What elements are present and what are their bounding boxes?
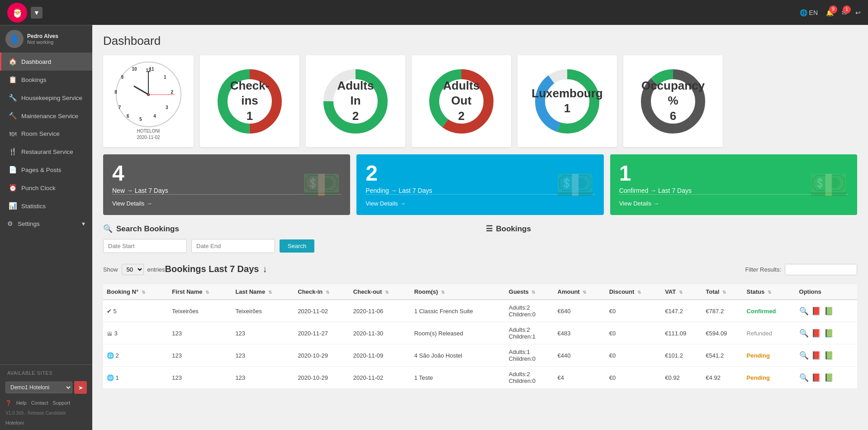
action-excel-icon[interactable]: 📗 <box>824 329 834 338</box>
col-discount[interactable]: Discount ⇅ <box>606 284 661 300</box>
action-excel-icon[interactable]: 📗 <box>824 373 834 382</box>
col-vat[interactable]: VAT ⇅ <box>661 284 702 300</box>
bookings-header-row: Show 50 entries Bookings Last 7 Days ↓ F… <box>103 264 857 280</box>
messages-button[interactable]: ✉ 1 <box>842 9 847 16</box>
cell-checkout: 2020-11-02 <box>350 367 411 389</box>
col-status[interactable]: Status ⇅ <box>743 284 796 300</box>
sort-first-name: ⇅ <box>205 290 209 295</box>
logout-button[interactable]: ↩ <box>855 9 861 16</box>
user-status: Not working <box>27 39 58 45</box>
sidebar: 👤 Pedro Alves Not working 🏠 Dashboard 📋 … <box>0 25 92 430</box>
cell-first-name: 123 <box>168 367 232 389</box>
bookings-title-text: Bookings Last 7 Days <box>165 264 259 274</box>
sidebar-item-dashboard[interactable]: 🏠 Dashboard <box>0 53 92 71</box>
action-pdf-icon[interactable]: 📕 <box>811 351 821 360</box>
col-booking-n[interactable]: Booking N° ⇅ <box>103 284 168 300</box>
bookings-section-title: ☰ Bookings <box>486 224 858 234</box>
occupancy-donut: Occupancy % 6 <box>637 65 709 138</box>
sidebar-item-punch-clock[interactable]: ⏰ Punch Clock <box>0 179 92 197</box>
cell-status: Confirmed <box>743 300 796 322</box>
clock-4: 4 <box>153 114 156 119</box>
cell-rooms: 1 Classic French Suite <box>411 300 505 322</box>
topnav: 🎅 ▼ 🌐 EN 🔔 9 ✉ 1 ↩ <box>0 0 868 25</box>
col-options: Options <box>796 284 857 300</box>
col-amount[interactable]: Amount ⇅ <box>554 284 606 300</box>
site-dropdown[interactable]: Demo1 Hoteloni <box>5 382 72 393</box>
action-pdf-icon[interactable]: 📕 <box>811 329 821 338</box>
cell-options: 🔍 📕 📗 <box>796 322 857 344</box>
new-link-label: View Details <box>112 200 144 207</box>
col-guests[interactable]: Guests ⇅ <box>505 284 554 300</box>
col-first-name[interactable]: First Name ⇅ <box>168 284 232 300</box>
date-start-input[interactable] <box>103 239 187 253</box>
sidebar-item-room-service[interactable]: 🍽 Room Service <box>0 125 92 143</box>
checkins-value: 1 <box>230 109 270 124</box>
search-section: 🔍 Search Bookings Search <box>103 224 475 259</box>
action-pdf-icon[interactable]: 📕 <box>811 307 821 315</box>
help-link[interactable]: Help <box>16 400 27 406</box>
action-excel-icon[interactable]: 📗 <box>824 307 834 315</box>
sidebar-item-bookings[interactable]: 📋 Bookings <box>0 71 92 89</box>
sidebar-item-settings[interactable]: ⚙ Settings ▾ <box>0 215 92 232</box>
list-icon: ☰ <box>486 224 493 234</box>
col-rooms[interactable]: Room(s) ⇅ <box>411 284 505 300</box>
entries-label: entries <box>147 266 165 273</box>
cell-total: €594.09 <box>702 322 743 344</box>
booking-icon: 🛎 <box>107 330 113 337</box>
notifications-button[interactable]: 🔔 9 <box>826 9 834 16</box>
sidebar-item-pages[interactable]: 📄 Pages & Posts <box>0 161 92 179</box>
action-search-icon[interactable]: 🔍 <box>799 307 809 315</box>
cell-guests: Adults:2Children:1 <box>505 322 554 344</box>
clock-face: 12 1 2 3 4 5 6 7 8 9 10 11 <box>116 62 181 127</box>
widgets-row: 12 1 2 3 4 5 6 7 8 9 10 11 <box>103 55 857 147</box>
booking-icon: 🌐 <box>107 374 114 381</box>
pending-link-arrow: → <box>400 200 406 207</box>
site-go-button[interactable]: ➤ <box>74 381 87 394</box>
logo-dropdown[interactable]: ▼ <box>31 7 43 19</box>
entries-select[interactable]: 50 <box>122 264 144 275</box>
statistics-icon: 📊 <box>9 202 17 210</box>
clock-10: 10 <box>132 67 137 72</box>
action-search-icon[interactable]: 🔍 <box>799 329 809 338</box>
language-selector[interactable]: 🌐 EN <box>800 9 818 16</box>
adults-in-donut: Adults In 2 <box>319 65 392 138</box>
action-pdf-icon[interactable]: 📕 <box>811 373 821 382</box>
date-end-input[interactable] <box>191 239 275 253</box>
housekeeping-icon: 🔧 <box>9 94 17 102</box>
cell-options: 🔍 📕 📗 <box>796 344 857 367</box>
cell-checkin: 2020-11-02 <box>294 300 349 322</box>
adults-in-value: 2 <box>337 109 374 124</box>
sort-discount: ⇅ <box>637 290 641 295</box>
sort-booking-n: ⇅ <box>142 290 145 295</box>
bookings-table-title: Bookings Last 7 Days ↓ <box>165 264 745 274</box>
support-link[interactable]: Support <box>53 400 71 406</box>
sidebar-label-dashboard: Dashboard <box>21 58 51 65</box>
user-name: Pedro Alves <box>27 33 58 39</box>
stat-card-new: 4 New → Last 7 Days 💵 View Details → <box>103 154 350 215</box>
filter-input[interactable] <box>785 264 857 275</box>
cell-status: Refunded <box>743 322 796 344</box>
action-excel-icon[interactable]: 📗 <box>824 351 834 360</box>
sidebar-label-maintenance: Maintenance Service <box>21 113 78 119</box>
luxembourg-label: Luxembourg 1 <box>531 86 602 117</box>
action-search-icon[interactable]: 🔍 <box>799 351 809 360</box>
notifications-badge: 9 <box>829 5 837 14</box>
adults-in-widget: Adults In 2 <box>306 55 405 147</box>
site-selector: Demo1 Hoteloni ➤ <box>0 377 92 397</box>
checkins-label: Check-ins 1 <box>230 78 270 124</box>
col-total[interactable]: Total ⇅ <box>702 284 743 300</box>
sidebar-item-restaurant[interactable]: 🍴 Restaurant Service <box>0 143 92 161</box>
search-button[interactable]: Search <box>280 239 314 253</box>
sidebar-item-housekeeping[interactable]: 🔧 Housekeeping Service <box>0 89 92 107</box>
adults-in-label: Adults In 2 <box>337 78 374 124</box>
sort-total: ⇅ <box>722 290 726 295</box>
cell-guests: Adults:2Children:0 <box>505 367 554 389</box>
col-last-name[interactable]: Last Name ⇅ <box>232 284 294 300</box>
occupancy-label: Occupancy % 6 <box>641 78 705 124</box>
sidebar-item-maintenance[interactable]: 🔨 Maintenance Service <box>0 107 92 125</box>
col-checkin[interactable]: Check-in ⇅ <box>294 284 349 300</box>
col-checkout[interactable]: Check-out ⇅ <box>350 284 411 300</box>
action-search-icon[interactable]: 🔍 <box>799 373 809 382</box>
sidebar-item-statistics[interactable]: 📊 Statistics <box>0 197 92 215</box>
contact-link[interactable]: Contact <box>31 400 48 406</box>
